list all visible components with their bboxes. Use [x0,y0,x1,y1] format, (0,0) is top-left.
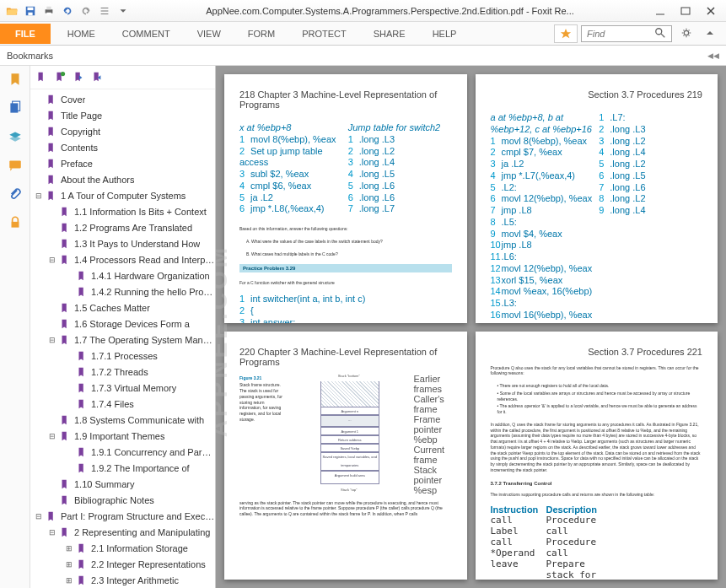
print-icon[interactable] [40,3,57,19]
bookmark-item[interactable]: 1.8 Systems Communicate with [30,412,215,428]
gear-icon[interactable] [675,27,697,40]
pdf-page[interactable]: 218 Chapter 3 Machine-Level Representati… [224,74,467,323]
expand-icon[interactable] [64,463,74,473]
bookmark-item[interactable]: 1.4.2 Running the hello Program [30,283,215,299]
expand-icon[interactable] [64,383,74,393]
bookmark-item[interactable]: 1.7.2 Threads [30,364,215,380]
bookmark-item[interactable]: 1.3 It Pays to Understand How [30,235,215,251]
pdf-page[interactable]: Section 3.7 Procedures 221 Procedure Q a… [476,332,718,580]
expand-icon[interactable]: ⊞ [64,543,74,553]
expand-icon[interactable]: ⊟ [34,191,44,201]
bookmark-item[interactable]: Title Page [30,107,215,123]
bookmark-item[interactable]: ⊟1.7 The Operating System Manages [30,332,215,348]
expand-icon[interactable]: ⊟ [47,255,57,265]
search-icon[interactable] [649,27,671,40]
bookmark-item[interactable]: ⊟Part I: Program Structure and Execution [30,508,215,524]
close-button[interactable] [699,3,723,19]
panel-collapse-icon[interactable]: ◀◀ [707,51,719,60]
expand-icon[interactable] [34,143,44,153]
expand-icon[interactable]: ⊟ [47,431,57,441]
expand-icon[interactable] [64,351,74,361]
bookmark-item[interactable]: 1.1 Information Is Bits + Context [30,203,215,219]
bookmark-item[interactable]: 1.2 Programs Are Translated [30,219,215,235]
expand-icon[interactable]: ⊞ [64,575,74,585]
bookmark-item[interactable]: ⊞2.3 Integer Arithmetic [30,572,215,588]
search-input[interactable] [582,26,649,41]
file-tab[interactable]: FILE [0,24,51,44]
expand-icon[interactable] [47,303,57,313]
expand-icon[interactable]: ⊞ [64,559,74,569]
tab-form[interactable]: FORM [234,24,288,44]
bm-new-icon[interactable] [54,71,66,84]
expand-icon[interactable] [47,415,57,425]
bookmark-item[interactable]: 1.7.4 Files [30,396,215,412]
expand-icon[interactable] [47,207,57,217]
expand-icon[interactable] [47,495,57,505]
pdf-page[interactable]: 220 Chapter 3 Machine-Level Representati… [224,332,467,580]
bookmark-item[interactable]: ⊟2 Representing and Manipulating [30,524,215,540]
bookmark-item[interactable]: Preface [30,155,215,171]
expand-icon[interactable]: ⊟ [34,511,44,521]
expand-icon[interactable] [47,239,57,249]
bookmark-item[interactable]: Bibliographic Notes [30,492,215,508]
expand-icon[interactable] [47,319,57,329]
collapse-ribbon-icon[interactable] [701,29,719,39]
bookmark-item[interactable]: Cover [30,91,215,107]
bookmark-item[interactable]: 1.9.2 The Importance of [30,460,215,476]
bm-next-icon[interactable] [91,71,103,84]
bookmark-item[interactable]: Contents [30,139,215,155]
expand-icon[interactable] [64,271,74,281]
pdf-page[interactable]: Section 3.7 Procedures 219 a at %ebp+8, … [476,74,718,323]
tab-home[interactable]: HOME [54,24,109,44]
bookmark-item[interactable]: ⊟1.9 Important Themes [30,428,215,444]
bookmark-item[interactable]: ⊞2.2 Integer Representations [30,556,215,572]
qat-caret-icon[interactable] [115,3,132,19]
bookmark-item[interactable]: About the Authors [30,171,215,187]
expand-icon[interactable] [34,111,44,121]
nav-bookmarks-icon[interactable] [5,69,25,89]
expand-icon[interactable] [64,447,74,457]
nav-pages-icon[interactable] [5,98,25,118]
expand-icon[interactable] [34,127,44,137]
bm-prev-icon[interactable] [73,71,84,84]
bookmark-item[interactable]: 1.10 Summary [30,476,215,492]
bookmark-item[interactable]: 1.4.1 Hardware Organization [30,267,215,283]
expand-icon[interactable] [47,223,57,233]
expand-icon[interactable] [34,175,44,185]
bookmark-item[interactable]: ⊟1.4 Processors Read and Interpret [30,251,215,267]
bm-expand-all-icon[interactable] [35,71,47,84]
expand-icon[interactable]: ⊟ [47,335,57,345]
nav-comments-icon[interactable] [5,155,25,175]
tab-protect[interactable]: PROTECT [288,24,360,44]
maximize-button[interactable] [674,3,697,19]
open-icon[interactable] [3,3,20,19]
nav-attachments-icon[interactable] [5,184,25,204]
bookmark-item[interactable]: 1.5 Caches Matter [30,299,215,316]
tab-comment[interactable]: COMMENT [109,24,184,44]
menu-icon[interactable] [96,3,113,19]
expand-icon[interactable] [64,399,74,409]
favorite-button[interactable] [554,24,578,43]
expand-icon[interactable]: ⊟ [47,527,57,537]
expand-icon[interactable] [34,94,44,105]
redo-icon[interactable] [78,3,94,19]
tab-help[interactable]: HELP [419,24,471,44]
bookmark-item[interactable]: Copyright [30,123,215,139]
expand-icon[interactable] [34,159,44,169]
bookmark-item[interactable]: 1.9.1 Concurrency and Parallelism [30,444,215,460]
expand-icon[interactable] [64,367,74,377]
nav-security-icon[interactable] [5,213,25,233]
save-icon[interactable] [22,3,39,19]
expand-icon[interactable] [47,479,57,489]
bookmark-item[interactable]: 1.6 Storage Devices Form a [30,316,215,332]
undo-icon[interactable] [59,3,76,19]
bookmark-item[interactable]: 1.7.1 Processes [30,348,215,364]
tab-view[interactable]: VIEW [184,24,234,44]
bookmark-item[interactable]: ⊟1 A Tour of Computer Systems [30,187,215,203]
expand-icon[interactable] [64,287,74,297]
tab-share[interactable]: SHARE [360,24,419,44]
bookmark-item[interactable]: 1.7.3 Virtual Memory [30,380,215,396]
nav-layers-icon[interactable] [5,127,25,147]
minimize-button[interactable] [648,3,672,19]
bookmark-item[interactable]: ⊞2.1 Information Storage [30,540,215,556]
